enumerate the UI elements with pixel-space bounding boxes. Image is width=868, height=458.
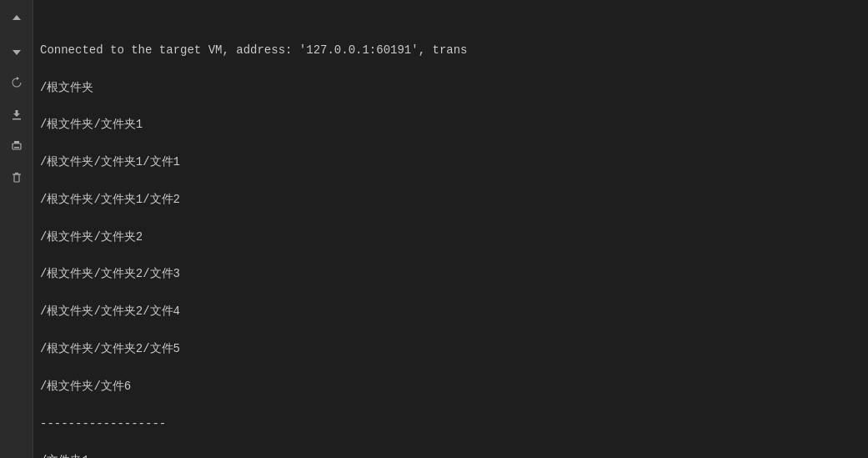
console-line: Connected to the target VM, address: '12…: [40, 41, 861, 59]
svg-rect-0: [13, 143, 21, 149]
console-line: /文件夹1: [40, 451, 861, 458]
console-line: /根文件夹/文件6: [40, 377, 861, 395]
print-icon[interactable]: [4, 133, 29, 159]
svg-rect-1: [14, 141, 19, 143]
arrow-up-icon[interactable]: [4, 7, 29, 32]
console-line: /根文件夹/文件夹1: [40, 115, 861, 133]
reload-icon[interactable]: [4, 70, 29, 95]
sidebar: [0, 0, 33, 458]
console-line: /根文件夹/文件夹2/文件4: [40, 302, 861, 320]
console-line: /根文件夹/文件夹2/文件5: [40, 340, 861, 358]
console-line: ------------------: [40, 415, 861, 433]
console-line: /根文件夹/文件夹1/文件1: [40, 153, 861, 171]
console-output[interactable]: Connected to the target VM, address: '12…: [33, 0, 868, 458]
download-icon[interactable]: [4, 102, 29, 127]
console-line: /根文件夹: [40, 78, 861, 97]
arrow-down-icon[interactable]: [4, 38, 29, 63]
console-line: /根文件夹/文件夹1/文件2: [40, 190, 861, 209]
console-line: /根文件夹/文件夹2: [40, 228, 861, 246]
console-line: /根文件夹/文件夹2/文件3: [40, 264, 861, 283]
console-panel: Connected to the target VM, address: '12…: [33, 0, 868, 458]
svg-rect-3: [14, 174, 19, 182]
svg-rect-2: [14, 147, 19, 148]
delete-icon[interactable]: [4, 165, 29, 190]
